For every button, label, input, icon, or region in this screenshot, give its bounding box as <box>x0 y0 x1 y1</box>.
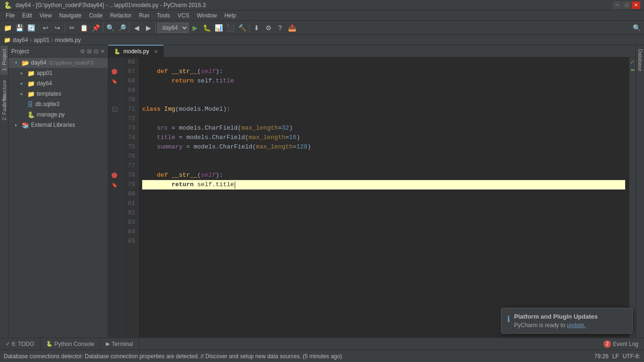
database-tab[interactable]: Database <box>636 45 644 75</box>
gutter-78[interactable] <box>108 171 121 180</box>
tab-close-icon[interactable]: ✕ <box>154 49 158 54</box>
folder-icon: 📂 <box>22 59 29 66</box>
find-button[interactable]: 🔍 <box>105 22 116 33</box>
tree-item-templates[interactable]: ▸ 📁 templates <box>8 89 108 99</box>
gutter-68[interactable]: 🔖 <box>108 76 121 86</box>
project-label: Project <box>11 48 78 55</box>
code-line-68: return self.title <box>142 76 625 86</box>
tree-item-extlibs[interactable]: ▸ 📚 External Libraries <box>8 120 108 130</box>
tree-label-templates: templates <box>37 90 61 97</box>
close-button[interactable]: ✕ <box>632 1 640 9</box>
minimize-button[interactable]: ─ <box>613 1 621 9</box>
paste-button[interactable]: 📌 <box>90 22 101 33</box>
fold-71: − <box>113 107 117 112</box>
gutter-82 <box>108 208 121 218</box>
menu-refactor[interactable]: Refactor <box>106 11 135 20</box>
forward-button[interactable]: ▶ <box>143 22 154 33</box>
search-everywhere-button[interactable]: 🔍 <box>631 22 642 33</box>
notification-title: Platform and Plugin Updates <box>514 313 598 320</box>
vcs-update-button[interactable]: ⬇ <box>251 22 262 33</box>
breadcrumb-day64[interactable]: day64 <box>13 37 28 43</box>
notification-popup: ℹ Platform and Plugin Updates PyCharm is… <box>501 308 633 334</box>
sync-button[interactable]: 🔄 <box>25 22 37 33</box>
run-with-coverage[interactable]: 📊 <box>213 22 224 33</box>
gutter-71[interactable]: − <box>108 105 121 114</box>
run-button[interactable]: ▶ <box>189 22 201 33</box>
event-log-tab[interactable]: 2 Event Log <box>598 338 644 350</box>
gutter-83 <box>108 218 121 227</box>
build-button[interactable]: 🔨 <box>236 22 248 33</box>
event-log-label: Event Log <box>613 341 638 347</box>
green-check-icon: ✓ <box>630 58 635 66</box>
menu-file[interactable]: File <box>2 11 18 20</box>
line-numbers: 6667686970 7172737475 7677787980 8182838… <box>121 58 138 337</box>
close-sidebar-icon[interactable]: ✕ <box>100 48 105 55</box>
code-line-78: def __str__(self): <box>142 171 625 180</box>
gutter-74 <box>108 133 121 142</box>
settings-icon[interactable]: ⚙ <box>80 48 85 55</box>
tree-item-db[interactable]: 🗄 db.sqlite3 <box>8 99 108 109</box>
file-icon-db: 🗄 <box>27 101 33 108</box>
status-encoding[interactable]: UTF-8: <box>623 353 640 360</box>
status-position[interactable]: 79:26 <box>595 353 609 360</box>
run-config-dropdown[interactable]: day64 <box>157 23 189 33</box>
file-icon-tab: 🐍 <box>114 49 121 55</box>
terminal-label: Terminal <box>112 341 133 347</box>
sdk-config-button[interactable]: ⚙ <box>263 22 274 33</box>
redo-button[interactable]: ↪ <box>52 22 63 33</box>
favorites-tab[interactable]: 2: Favorites <box>0 90 8 124</box>
todo-tab[interactable]: ✓ 6: TODO <box>0 338 40 350</box>
stop-button[interactable]: ⬛ <box>225 22 236 33</box>
status-linesep[interactable]: LF <box>612 353 619 360</box>
menu-window[interactable]: Window <box>193 11 221 20</box>
cut-button[interactable]: ✂ <box>66 22 78 33</box>
arrow-right-icon-app01: ▸ <box>21 71 27 75</box>
menu-tools[interactable]: Tools <box>153 11 174 20</box>
tree-item-day64[interactable]: ▾ 📂 day64 G:\python_code\F3 <box>8 58 108 68</box>
menu-vcs[interactable]: VCS <box>174 11 193 20</box>
code-content[interactable]: def __str__(self): return self.title cla… <box>138 58 629 337</box>
terminal-tab[interactable]: ▶ Terminal <box>100 338 139 350</box>
menu-help[interactable]: Help <box>221 11 240 20</box>
python-console-tab[interactable]: 🐍 Python Console <box>40 338 101 350</box>
gutter-67[interactable] <box>108 67 121 76</box>
tree-item-app01[interactable]: ▸ 📁 app01 <box>8 68 108 78</box>
arrow-right-icon-templates: ▸ <box>21 91 27 96</box>
open-project-button[interactable]: 📁 <box>2 22 13 33</box>
tree-item-day64sub[interactable]: ▸ 📁 day64 <box>8 78 108 89</box>
code-line-81 <box>142 199 625 208</box>
project-tab[interactable]: 1: Project <box>0 45 8 74</box>
gutter-66 <box>108 58 121 67</box>
tab-models-py[interactable]: 🐍 models.py ✕ <box>108 45 164 57</box>
code-area: 🔖 − 🔖 <box>108 58 636 337</box>
collapse-icon[interactable]: ⊟ <box>94 48 98 55</box>
share-button[interactable]: 📤 <box>286 22 298 33</box>
gutter-79[interactable]: 🔖 <box>108 180 121 189</box>
editor-scrollbar[interactable]: ✓ <box>629 58 636 337</box>
help-button[interactable]: ? <box>274 22 286 33</box>
back-button[interactable]: ◀ <box>131 22 142 33</box>
debug-button[interactable]: 🐛 <box>201 22 212 33</box>
favorites-tab-strip: 2: Favorites <box>0 80 8 124</box>
python-console-icon: 🐍 <box>46 341 53 347</box>
expand-icon[interactable]: ⊞ <box>87 48 92 55</box>
menu-run[interactable]: Run <box>135 11 153 20</box>
menu-code[interactable]: Code <box>85 11 106 20</box>
code-line-72 <box>142 114 625 123</box>
breadcrumb-app01[interactable]: app01 <box>34 37 49 43</box>
copy-button[interactable]: 📋 <box>78 22 89 33</box>
save-button[interactable]: 💾 <box>14 22 25 33</box>
menu-navigate[interactable]: Navigate <box>56 11 85 20</box>
breakpoint-78 <box>112 173 117 178</box>
breadcrumb-file[interactable]: models.py <box>55 37 81 43</box>
tree-item-manage[interactable]: 🐍 manage.py <box>8 109 108 120</box>
tree-label-manage: manage.py <box>37 111 64 118</box>
undo-button[interactable]: ↩ <box>40 22 51 33</box>
code-line-79: return self.title <box>142 180 625 189</box>
status-bar: Database connections detector: Database … <box>0 350 644 362</box>
menu-view[interactable]: View <box>36 11 56 20</box>
menu-edit[interactable]: Edit <box>18 11 36 20</box>
notification-link[interactable]: update. <box>567 322 586 329</box>
findnext-button[interactable]: 🔎 <box>116 22 128 33</box>
maximize-button[interactable]: □ <box>622 1 631 9</box>
